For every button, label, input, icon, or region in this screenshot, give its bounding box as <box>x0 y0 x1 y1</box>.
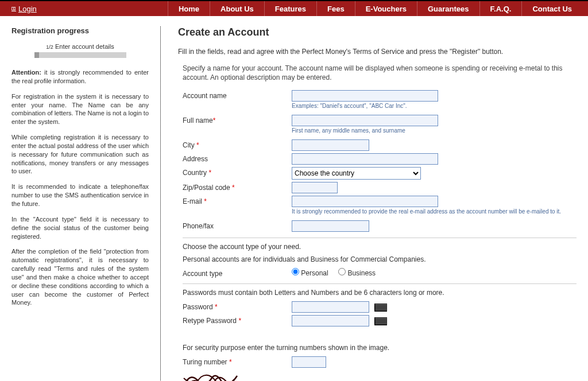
label-address: Address <box>183 153 292 163</box>
password-input[interactable] <box>292 301 369 313</box>
content: Create an Account Fill in the fields, re… <box>161 26 577 381</box>
label-account-name: Account name <box>183 90 292 100</box>
keyboard-icon[interactable] <box>374 304 387 312</box>
label-country: Country * <box>183 167 292 177</box>
label-turing: Turing number * <box>183 356 292 366</box>
intro-text: Fill in the fields, read and agree with … <box>178 48 577 56</box>
step-fraction: 1/2 <box>46 44 53 50</box>
full-name-input[interactable] <box>292 115 438 126</box>
nav-features[interactable]: Features <box>264 1 316 16</box>
sidebar-p2: For registration in the system it is nec… <box>11 92 149 126</box>
phone-input[interactable] <box>292 220 369 232</box>
sidebar-heading: Registration progress <box>11 26 149 35</box>
login-label: Login <box>18 5 37 13</box>
label-email: E-mail * <box>183 196 292 205</box>
attention-paragraph: Attention: it is strongly recommended to… <box>11 68 149 85</box>
password-section-text: Passwords must contain both Letters and … <box>183 289 577 297</box>
nav-faq[interactable]: F.A.Q. <box>479 1 522 16</box>
label-account-type: Account type <box>183 268 292 278</box>
city-input[interactable] <box>292 139 369 151</box>
nav-guarantees[interactable]: Guarantees <box>417 1 479 16</box>
email-input[interactable] <box>292 196 438 207</box>
login-link[interactable]: ⚿ Login <box>11 5 37 13</box>
label-zip: Zip/Postal code * <box>183 182 292 192</box>
sidebar-p4: It is recommended to indicate a telephon… <box>11 182 149 208</box>
step-label: Enter account details <box>55 43 114 50</box>
attention-label: Attention: <box>11 69 41 76</box>
label-full-name: Full name* <box>183 115 292 125</box>
nav-home[interactable]: Home <box>168 1 210 16</box>
hint-email: It is strongly recommended to provide th… <box>292 208 577 215</box>
sidebar-p3: While completing registration it is nece… <box>11 133 149 176</box>
retype-password-input[interactable] <box>292 315 369 326</box>
address-input[interactable] <box>292 153 438 165</box>
country-select[interactable]: Choose the country <box>292 167 421 180</box>
label-city: City * <box>183 139 292 149</box>
main-nav: Home About Us Features Fees E-Vouchers G… <box>168 1 588 16</box>
radio-personal-label[interactable]: Personal <box>292 269 328 277</box>
sidebar-p5: In the "Account type" field it is necess… <box>11 215 149 241</box>
turing-input[interactable] <box>292 356 326 368</box>
label-password: Password * <box>183 301 292 311</box>
key-icon: ⚿ <box>11 6 16 11</box>
zip-input[interactable] <box>292 182 338 193</box>
page-title: Create an Account <box>178 26 577 38</box>
nav-about[interactable]: About Us <box>210 1 264 16</box>
hint-full-name: First name, any middle names, and surnam… <box>292 127 577 134</box>
sidebar-p6: After the completion of the field "prote… <box>11 247 149 307</box>
turing-section-text: For security purpose enter the turning n… <box>183 344 577 352</box>
keyboard-icon[interactable] <box>374 317 387 325</box>
top-nav-bar: ⚿ Login Home About Us Features Fees E-Vo… <box>0 0 588 16</box>
radio-business-label[interactable]: Business <box>338 269 376 277</box>
nav-contact[interactable]: Contact Us <box>521 1 588 16</box>
hint-account-name: Examples: "Daniel's account", "ABC Car I… <box>292 103 577 109</box>
captcha-image <box>183 371 577 381</box>
progress-step: 1/2 Enter account details <box>11 43 149 50</box>
account-name-note: Specify a name for your account. The acc… <box>183 64 577 82</box>
radio-personal[interactable] <box>292 268 299 275</box>
radio-business[interactable] <box>338 268 346 275</box>
label-retype-password: Retype Password * <box>183 315 292 325</box>
label-phone: Phone/fax <box>183 220 292 230</box>
account-name-input[interactable] <box>292 90 438 102</box>
account-type-desc: Personal accounts are for individuals an… <box>183 255 577 263</box>
sidebar: Registration progress 1/2 Enter account … <box>11 26 161 381</box>
progress-bar <box>34 52 126 58</box>
nav-fees[interactable]: Fees <box>316 1 355 16</box>
account-type-heading: Choose the account type of your need. <box>183 243 577 251</box>
nav-evouchers[interactable]: E-Vouchers <box>355 1 417 16</box>
